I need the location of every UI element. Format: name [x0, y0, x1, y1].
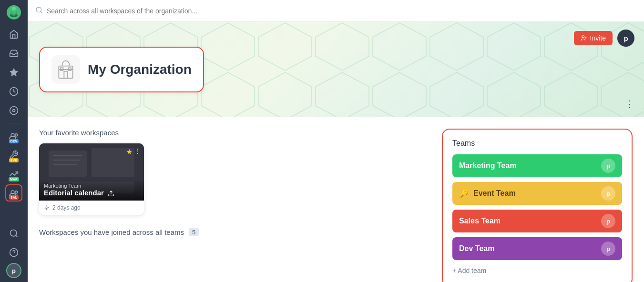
svg-rect-28: [49, 151, 87, 177]
team-row-dev[interactable]: Dev Team p: [452, 237, 622, 260]
sidebar: DEV EVE MAR SAL p: [0, 0, 28, 282]
sidebar-logo[interactable]: [5, 4, 22, 21]
right-column: Teams Marketing Team p 🔑 Event Team: [442, 129, 633, 282]
workspace-name: Editorial calendar: [44, 189, 139, 197]
badge-mar: MAR: [9, 177, 19, 181]
svg-point-7: [10, 107, 18, 115]
svg-point-24: [582, 36, 584, 38]
team-sales-avatar: p: [601, 214, 615, 228]
svg-point-8: [13, 110, 15, 112]
content-area: My Organization Invite p ⋮: [28, 22, 644, 282]
workspace-meta: 2 days ago: [39, 201, 144, 215]
svg-rect-20: [64, 71, 67, 79]
joined-title: Workspaces you have joined across all te…: [39, 228, 184, 236]
sidebar-item-inbox[interactable]: [5, 45, 22, 62]
team-event-avatar: p: [601, 186, 615, 201]
favorites-title: Your favorite workspaces: [39, 129, 427, 137]
svg-point-4: [12, 7, 16, 10]
svg-point-17: [36, 7, 41, 12]
workspace-star-icon[interactable]: ★: [126, 147, 133, 156]
team-marketing-name: Marketing Team: [459, 161, 517, 170]
left-column: Your favorite workspaces: [39, 129, 427, 282]
teams-title: Teams: [452, 139, 622, 148]
joined-count: 5: [189, 228, 199, 236]
hero-banner: My Organization Invite p ⋮: [28, 22, 644, 117]
body-grid: Your favorite workspaces: [28, 117, 644, 282]
badge-sal: SAL: [9, 195, 19, 200]
joined-section: Workspaces you have joined across all te…: [39, 228, 427, 236]
svg-line-18: [41, 11, 42, 13]
team-sales-name: Sales Team: [459, 217, 501, 225]
svg-point-10: [15, 134, 18, 136]
team-marketing-avatar: p: [601, 159, 615, 173]
org-icon: [51, 55, 80, 84]
badge-eve: EVE: [9, 158, 19, 162]
team-event-name: 🔑 Event Team: [459, 189, 516, 198]
add-team-button[interactable]: + Add team: [452, 265, 486, 276]
workspace-team-label: Marketing Team: [44, 183, 139, 189]
team-row-event[interactable]: 🔑 Event Team p: [452, 182, 622, 205]
search-icon: [35, 6, 43, 16]
joined-header: Workspaces you have joined across all te…: [39, 228, 427, 236]
workspace-more-icon[interactable]: ⋮: [134, 147, 141, 155]
team-row-sales[interactable]: Sales Team p: [452, 210, 622, 232]
svg-marker-35: [45, 205, 49, 210]
svg-point-12: [15, 191, 18, 193]
sidebar-item-recent[interactable]: [5, 83, 22, 100]
sidebar-bottom: p: [5, 225, 22, 278]
sidebar-item-home[interactable]: [5, 26, 22, 43]
user-avatar-sidebar[interactable]: p: [6, 263, 21, 278]
sidebar-item-dashboard[interactable]: [5, 102, 22, 119]
workspace-card[interactable]: ★ ⋮ Marketing Team Editorial calendar: [39, 143, 144, 215]
sidebar-item-team-sal[interactable]: SAL: [5, 184, 22, 201]
org-title: My Organization: [88, 62, 192, 77]
sidebar-item-team-mar[interactable]: MAR: [5, 165, 22, 182]
sidebar-item-search[interactable]: [5, 225, 22, 242]
svg-rect-23: [69, 68, 72, 70]
hero-actions: Invite p: [574, 30, 634, 47]
sidebar-item-help[interactable]: [5, 244, 22, 261]
sidebar-item-favorites[interactable]: [5, 64, 22, 81]
svg-marker-5: [10, 69, 18, 76]
team-dev-avatar: p: [601, 242, 615, 256]
hero-more-button[interactable]: ⋮: [625, 98, 634, 110]
sidebar-divider-1: [7, 123, 21, 123]
workspace-overlay: Marketing Team Editorial calendar: [39, 179, 144, 201]
sidebar-item-team-dev[interactable]: DEV: [5, 127, 22, 144]
workspace-thumbnail: ★ ⋮ Marketing Team Editorial calendar: [39, 143, 144, 201]
teams-box: Teams Marketing Team p 🔑 Event Team: [442, 129, 633, 282]
svg-line-14: [16, 235, 18, 237]
badge-dev: DEV: [9, 139, 19, 143]
main-content: My Organization Invite p ⋮: [28, 0, 644, 282]
svg-rect-22: [61, 68, 63, 70]
team-dev-name: Dev Team: [459, 244, 494, 253]
key-icon: 🔑: [459, 189, 469, 198]
topbar: [28, 0, 644, 22]
invite-button[interactable]: Invite: [574, 31, 613, 45]
org-card[interactable]: My Organization: [39, 47, 204, 92]
sidebar-item-team-eve[interactable]: EVE: [5, 146, 22, 163]
search-input[interactable]: [47, 7, 636, 15]
team-row-marketing[interactable]: Marketing Team p: [452, 154, 622, 177]
hero-user-avatar[interactable]: p: [617, 30, 634, 47]
svg-point-13: [10, 230, 17, 236]
